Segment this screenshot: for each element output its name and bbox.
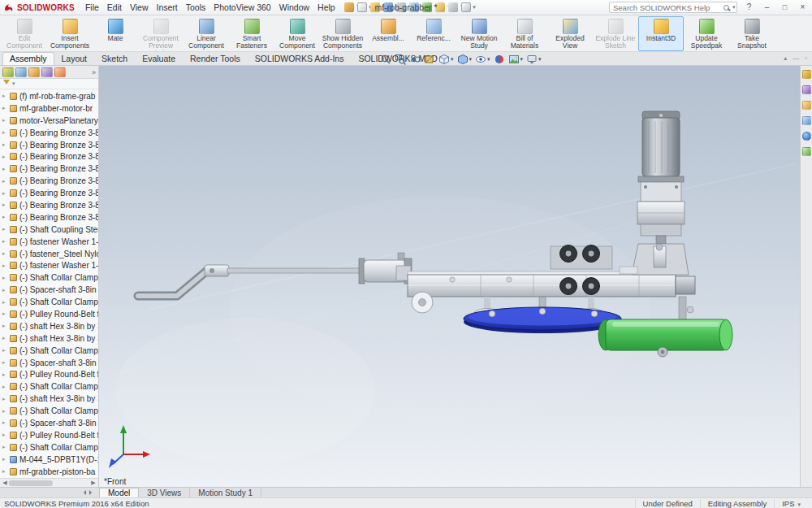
scroll-right-icon[interactable]: ▶ (89, 480, 97, 486)
featuremanager-tab[interactable] (2, 67, 14, 77)
expand-arrow-icon[interactable] (2, 468, 7, 475)
ribbon-button[interactable]: Smart Fasteners (229, 16, 274, 51)
menu-item[interactable]: View (126, 2, 153, 13)
help-search-box[interactable]: ▾ (609, 2, 737, 13)
search-input[interactable] (613, 3, 720, 12)
expand-arrow-icon[interactable] (2, 275, 7, 281)
menu-item[interactable]: Insert (152, 2, 181, 13)
tree-horizontal-scrollbar[interactable]: ◀ ▶ (0, 478, 98, 487)
appearances-icon[interactable] (802, 132, 811, 141)
ribbon-button[interactable]: Mate (93, 16, 138, 51)
propertymanager-tab[interactable] (15, 67, 27, 77)
tree-item[interactable]: mf-grabber-motor-br (0, 102, 98, 115)
tree-item[interactable]: (-) Bearing Bronze 3-8in s (0, 127, 98, 139)
configurationmanager-tab[interactable] (28, 67, 40, 77)
apply-scene-caret-icon[interactable]: ▾ (520, 56, 524, 63)
expand-arrow-icon[interactable] (2, 238, 7, 245)
ribbon-button[interactable]: Linear Component Pattern (184, 16, 229, 51)
selection-icon[interactable] (461, 2, 471, 12)
command-tab[interactable]: Layout (54, 52, 95, 65)
tree-item[interactable]: (-) Spacer-shaft 3-8in by 1 (0, 284, 98, 296)
tree-item[interactable]: M-044_5-DPBT1Y(D-1349 (0, 454, 98, 466)
display-style-caret-icon[interactable]: ▾ (469, 56, 473, 63)
tree-item[interactable]: (-) Shaft Collar Clamping (0, 271, 98, 284)
scroll-left-icon[interactable]: ◀ (1, 480, 9, 486)
tree-item[interactable]: (-) Bearing Bronze 3-8in s (0, 163, 98, 175)
view-palette-icon[interactable] (802, 116, 811, 125)
ribbon-button[interactable]: Move Component (274, 16, 320, 51)
display-style-icon[interactable]: ▾ (457, 53, 473, 65)
expand-arrow-icon[interactable] (2, 396, 7, 402)
tree-item[interactable]: (-) shaft Hex 3-8in by 3in (0, 393, 98, 405)
help-button[interactable]: ? (743, 2, 755, 13)
ribbon-button[interactable]: New Motion Study (456, 16, 502, 51)
document-tab[interactable]: 3D Views (139, 488, 190, 497)
tree-item[interactable]: (-) Bearing Bronze 3-8in s (0, 211, 98, 224)
motor-assembly[interactable] (620, 111, 689, 275)
tree-item[interactable]: (-) Spacer-shaft 3-8in by 1 (0, 417, 98, 429)
command-tab[interactable]: Evaluate (135, 52, 183, 65)
tree-item[interactable]: (-) Shaft Collar Clamping (0, 296, 98, 308)
ribbon-button[interactable]: Take Snapshot (729, 16, 775, 51)
expand-arrow-icon[interactable] (2, 190, 7, 197)
ribbon-button[interactable]: Exploded View (547, 16, 593, 51)
tree-item[interactable]: (-) Pulley Round-Belt for (0, 429, 98, 441)
ribbon-button[interactable]: Insert Components (47, 16, 93, 51)
tree-item[interactable]: (-) fastener Washer 1-4in (0, 236, 98, 248)
close-button[interactable] (797, 2, 809, 13)
pin-icon[interactable] (344, 2, 354, 12)
command-tab[interactable]: Sketch (94, 52, 135, 65)
expand-arrow-icon[interactable] (2, 263, 7, 269)
expand-arrow-icon[interactable] (2, 310, 7, 317)
expand-arrow-icon[interactable] (2, 408, 7, 415)
menu-item[interactable]: Help (313, 2, 339, 13)
expand-arrow-icon[interactable] (2, 166, 7, 172)
menu-item[interactable]: Tools (182, 2, 210, 13)
expand-arrow-icon[interactable] (2, 250, 7, 257)
undock-strip-icon[interactable]: ▫ (805, 54, 807, 62)
tree-item[interactable]: (-) Bearing Bronze 3-8in s (0, 139, 98, 151)
expand-arrow-icon[interactable] (2, 226, 7, 232)
hide-show-items-icon[interactable]: ▾ (475, 53, 490, 65)
expand-arrow-icon[interactable] (2, 347, 7, 354)
apply-scene-icon[interactable]: ▾ (508, 53, 524, 65)
tree-item[interactable]: (f) mf-rob-frame-grab (0, 90, 98, 102)
new-document-icon[interactable] (357, 2, 367, 12)
expand-arrow-icon[interactable] (2, 299, 7, 306)
command-tab[interactable]: Render Tools (183, 52, 248, 65)
ribbon-button[interactable]: Update Speedpak (684, 16, 729, 51)
expand-arrow-icon[interactable] (2, 214, 7, 220)
expand-arrow-icon[interactable] (2, 456, 7, 462)
expand-arrow-icon[interactable] (2, 419, 7, 426)
tree-item[interactable]: (-) fastener_Steel Nylon-In (0, 248, 98, 260)
tab-scroll-left-icon[interactable] (81, 490, 86, 495)
search-options-caret-icon[interactable]: ▾ (732, 4, 736, 11)
tab-scroll-right-icon[interactable] (89, 490, 94, 495)
filter-funnel-icon[interactable] (3, 80, 10, 88)
view-settings-icon[interactable]: ▾ (526, 53, 542, 65)
ribbon-button[interactable]: Bill of Materials (502, 16, 547, 51)
panel-expand-chevron[interactable]: » (92, 67, 96, 77)
tree-item[interactable]: (-) Spacer-shaft 3-8in by 1 (0, 357, 98, 369)
zoom-area-icon[interactable] (395, 53, 406, 65)
document-tab[interactable]: Motion Study 1 (190, 488, 261, 497)
expand-arrow-icon[interactable] (2, 287, 7, 293)
blue-disc[interactable] (464, 307, 621, 333)
search-icon[interactable] (723, 5, 729, 11)
command-tab[interactable]: SOLIDWORKS Add-Ins (248, 52, 352, 65)
previous-view-icon[interactable] (409, 53, 421, 65)
ribbon-button[interactable]: Referenc... (411, 16, 456, 51)
tree-item[interactable]: (-) Shaft Collar Clamping (0, 441, 98, 454)
home-icon[interactable] (802, 70, 811, 79)
collapse-ribbon-icon[interactable]: ▴ (784, 54, 787, 62)
design-library-icon[interactable] (802, 85, 811, 94)
expand-arrow-icon[interactable] (2, 178, 7, 185)
expand-arrow-icon[interactable] (2, 323, 7, 329)
assembly-3d-model[interactable] (99, 66, 800, 487)
menu-item[interactable]: PhotoView 360 (209, 2, 274, 13)
tree-item[interactable]: (-) Shaft Collar Clamping (0, 380, 98, 393)
expand-arrow-icon[interactable] (2, 129, 7, 136)
expand-arrow-icon[interactable] (2, 202, 7, 208)
ribbon-button[interactable]: Component Preview Window (138, 16, 184, 51)
tree-item[interactable]: (-) Pulley Round-Belt for (0, 308, 98, 320)
